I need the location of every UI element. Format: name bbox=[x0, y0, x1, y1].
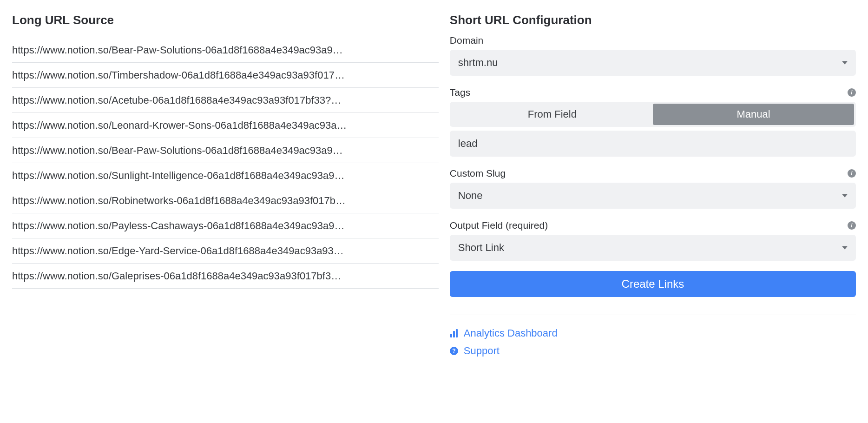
short-url-config-panel: Short URL Configuration Domain shrtm.nu … bbox=[450, 13, 856, 414]
custom-slug-value: None bbox=[458, 190, 483, 202]
domain-section: Domain shrtm.nu bbox=[450, 35, 856, 76]
bar-chart-icon bbox=[450, 329, 458, 337]
short-url-heading: Short URL Configuration bbox=[450, 13, 856, 27]
long-url-source-panel: Long URL Source https://www.notion.so/Be… bbox=[12, 13, 439, 414]
analytics-dashboard-link[interactable]: Analytics Dashboard bbox=[450, 327, 856, 339]
url-item[interactable]: https://www.notion.so/Timbershadow-06a1d… bbox=[12, 63, 439, 88]
domain-select[interactable]: shrtm.nu bbox=[450, 50, 856, 76]
url-item[interactable]: https://www.notion.so/Galeprises-06a1d8f… bbox=[12, 264, 439, 289]
output-field-label: Output Field (required) bbox=[450, 220, 548, 231]
custom-slug-section: Custom Slug i None bbox=[450, 168, 856, 209]
footer-links: Analytics Dashboard ? Support bbox=[450, 327, 856, 357]
help-icon: ? bbox=[450, 347, 458, 355]
tags-value: lead bbox=[458, 138, 478, 150]
tags-input[interactable]: lead bbox=[450, 131, 856, 157]
divider bbox=[450, 315, 856, 315]
output-field-section: Output Field (required) i Short Link bbox=[450, 220, 856, 261]
output-field-select[interactable]: Short Link bbox=[450, 235, 856, 261]
info-icon[interactable]: i bbox=[848, 88, 856, 97]
custom-slug-select[interactable]: None bbox=[450, 183, 856, 209]
chevron-down-icon bbox=[842, 246, 848, 250]
url-item[interactable]: https://www.notion.so/Robinetworks-06a1d… bbox=[12, 188, 439, 213]
tags-mode-segmented: From Field Manual bbox=[450, 102, 856, 127]
custom-slug-label: Custom Slug bbox=[450, 168, 506, 179]
tags-section: Tags i From Field Manual lead bbox=[450, 87, 856, 157]
analytics-link-label: Analytics Dashboard bbox=[464, 327, 558, 339]
tags-mode-manual[interactable]: Manual bbox=[653, 104, 854, 125]
url-item[interactable]: https://www.notion.so/Sunlight-Intellige… bbox=[12, 163, 439, 188]
tags-label: Tags bbox=[450, 87, 470, 98]
create-links-button[interactable]: Create Links bbox=[450, 271, 856, 297]
chevron-down-icon bbox=[842, 194, 848, 198]
info-icon[interactable]: i bbox=[848, 169, 856, 178]
url-item[interactable]: https://www.notion.so/Bear-Paw-Solutions… bbox=[12, 138, 439, 163]
support-link-label: Support bbox=[464, 345, 500, 357]
output-field-value: Short Link bbox=[458, 242, 504, 254]
long-url-heading: Long URL Source bbox=[12, 13, 439, 27]
url-list: https://www.notion.so/Bear-Paw-Solutions… bbox=[12, 38, 439, 289]
url-item[interactable]: https://www.notion.so/Payless-Cashaways-… bbox=[12, 213, 439, 238]
url-item[interactable]: https://www.notion.so/Acetube-06a1d8f168… bbox=[12, 88, 439, 113]
url-item[interactable]: https://www.notion.so/Edge-Yard-Service-… bbox=[12, 238, 439, 264]
domain-label: Domain bbox=[450, 35, 483, 46]
domain-value: shrtm.nu bbox=[458, 57, 498, 69]
info-icon[interactable]: i bbox=[848, 221, 856, 230]
url-item[interactable]: https://www.notion.so/Leonard-Krower-Son… bbox=[12, 113, 439, 138]
chevron-down-icon bbox=[842, 61, 848, 65]
support-link[interactable]: ? Support bbox=[450, 345, 856, 357]
url-item[interactable]: https://www.notion.so/Bear-Paw-Solutions… bbox=[12, 38, 439, 63]
tags-mode-from-field[interactable]: From Field bbox=[452, 104, 653, 125]
